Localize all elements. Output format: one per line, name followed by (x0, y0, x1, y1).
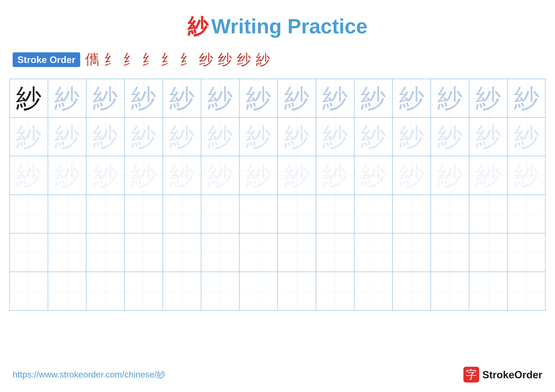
stroke-step-3: 纟 (123, 50, 137, 69)
char-guide: 紗 (54, 124, 80, 150)
grid-cell-r4-c5[interactable] (163, 195, 201, 233)
grid-cell-r6-c11[interactable] (393, 272, 431, 310)
grid-cell-r3-c6[interactable]: 紗 (201, 156, 240, 194)
grid-cell-r2-c6[interactable]: 紗 (201, 118, 240, 156)
grid-cell-r3-c14[interactable]: 紗 (508, 156, 546, 194)
grid-cell-r3-c2[interactable]: 紗 (48, 156, 86, 194)
grid-cell-r5-c7[interactable] (240, 233, 278, 272)
grid-cell-r5-c10[interactable] (354, 233, 393, 272)
grid-cell-r4-c13[interactable] (469, 195, 508, 233)
grid-cell-r6-c2[interactable] (48, 272, 86, 310)
grid-cell-r1-c9[interactable]: 紗 (316, 79, 354, 117)
grid-cell-r6-c3[interactable] (86, 272, 125, 310)
grid-row-2: 紗 紗 紗 紗 紗 紗 紗 紗 紗 紗 紗 紗 紗 紗 (10, 118, 545, 156)
stroke-step-5: 纟 (161, 50, 175, 69)
grid-cell-r4-c9[interactable] (316, 195, 354, 233)
grid-cell-r4-c4[interactable] (125, 195, 163, 233)
grid-cell-r2-c12[interactable]: 紗 (431, 118, 469, 156)
grid-cell-r4-c10[interactable] (354, 195, 393, 233)
grid-cell-r3-c4[interactable]: 紗 (125, 156, 163, 194)
grid-cell-r4-c1[interactable] (10, 195, 48, 233)
grid-cell-r5-c2[interactable] (48, 233, 86, 272)
grid-cell-r4-c6[interactable] (201, 195, 240, 233)
grid-cell-r5-c9[interactable] (316, 233, 354, 272)
grid-cell-r6-c4[interactable] (125, 272, 163, 310)
grid-cell-r1-c10[interactable]: 紗 (354, 79, 393, 117)
grid-cell-r1-c6[interactable]: 紗 (201, 79, 240, 117)
grid-cell-r2-c3[interactable]: 紗 (86, 118, 125, 156)
grid-cell-r6-c9[interactable] (316, 272, 354, 310)
grid-cell-r2-c10[interactable]: 紗 (354, 118, 393, 156)
grid-cell-r3-c13[interactable]: 紗 (469, 156, 508, 194)
grid-cell-r4-c11[interactable] (393, 195, 431, 233)
grid-cell-r1-c2[interactable]: 紗 (48, 79, 86, 117)
grid-cell-r3-c3[interactable]: 紗 (86, 156, 125, 194)
char-guide: 紗 (399, 124, 424, 150)
grid-cell-r3-c9[interactable]: 紗 (316, 156, 354, 194)
stroke-order-section: Stroke Order 㒞 纟 纟 纟 纟 纟 纱 纱 纱 紗 (0, 47, 555, 76)
grid-cell-r4-c2[interactable] (48, 195, 86, 233)
grid-cell-r4-c8[interactable] (278, 195, 316, 233)
grid-cell-r5-c3[interactable] (86, 233, 125, 272)
grid-cell-r5-c6[interactable] (201, 233, 240, 272)
grid-cell-r2-c9[interactable]: 紗 (316, 118, 354, 156)
grid-cell-r4-c14[interactable] (508, 195, 546, 233)
grid-cell-r6-c8[interactable] (278, 272, 316, 310)
grid-cell-r3-c11[interactable]: 紗 (393, 156, 431, 194)
grid-cell-r4-c7[interactable] (240, 195, 278, 233)
grid-cell-r3-c5[interactable]: 紗 (163, 156, 201, 194)
grid-cell-r4-c12[interactable] (431, 195, 469, 233)
grid-cell-r5-c11[interactable] (393, 233, 431, 272)
char-display: 紗 (16, 86, 41, 111)
grid-cell-r6-c10[interactable] (354, 272, 393, 310)
stroke-step-1: 㒞 (85, 50, 99, 69)
grid-cell-r2-c2[interactable]: 紗 (48, 118, 86, 156)
grid-cell-r5-c12[interactable] (431, 233, 469, 272)
grid-cell-r1-c4[interactable]: 紗 (125, 79, 163, 117)
grid-cell-r2-c1[interactable]: 紗 (10, 118, 48, 156)
grid-cell-r3-c1[interactable]: 紗 (10, 156, 48, 194)
grid-cell-r5-c13[interactable] (469, 233, 508, 272)
grid-cell-r5-c4[interactable] (125, 233, 163, 272)
grid-cell-r6-c14[interactable] (508, 272, 546, 310)
grid-cell-r3-c7[interactable]: 紗 (240, 156, 278, 194)
grid-cell-r5-c8[interactable] (278, 233, 316, 272)
char-guide: 紗 (208, 86, 233, 111)
grid-cell-r6-c5[interactable] (163, 272, 201, 310)
grid-cell-r1-c1[interactable]: 紗 (10, 79, 48, 117)
grid-cell-r2-c5[interactable]: 紗 (163, 118, 201, 156)
grid-cell-r2-c8[interactable]: 紗 (278, 118, 316, 156)
grid-cell-r1-c14[interactable]: 紗 (508, 79, 546, 117)
grid-cell-r2-c13[interactable]: 紗 (469, 118, 508, 156)
stroke-order-badge: Stroke Order (13, 52, 80, 67)
grid-cell-r3-c8[interactable]: 紗 (278, 156, 316, 194)
grid-cell-r2-c14[interactable]: 紗 (508, 118, 546, 156)
grid-cell-r3-c10[interactable]: 紗 (354, 156, 393, 194)
char-guide: 紗 (208, 124, 233, 150)
grid-cell-r1-c11[interactable]: 紗 (393, 79, 431, 117)
grid-cell-r6-c13[interactable] (469, 272, 508, 310)
grid-cell-r2-c4[interactable]: 紗 (125, 118, 163, 156)
grid-cell-r6-c12[interactable] (431, 272, 469, 310)
grid-cell-r2-c7[interactable]: 紗 (240, 118, 278, 156)
char-guide: 紗 (16, 163, 41, 188)
char-guide: 紗 (284, 124, 309, 150)
grid-cell-r5-c14[interactable] (508, 233, 546, 272)
grid-cell-r4-c3[interactable] (86, 195, 125, 233)
grid-cell-r1-c13[interactable]: 紗 (469, 79, 508, 117)
grid-cell-r1-c8[interactable]: 紗 (278, 79, 316, 117)
grid-cell-r2-c11[interactable]: 紗 (393, 118, 431, 156)
grid-cell-r1-c7[interactable]: 紗 (240, 79, 278, 117)
grid-cell-r1-c12[interactable]: 紗 (431, 79, 469, 117)
grid-cell-r5-c1[interactable] (10, 233, 48, 272)
char-guide: 紗 (93, 124, 118, 150)
char-guide: 紗 (54, 163, 80, 188)
grid-cell-r1-c3[interactable]: 紗 (86, 79, 125, 117)
grid-cell-r3-c12[interactable]: 紗 (431, 156, 469, 194)
grid-cell-r6-c1[interactable] (10, 272, 48, 310)
grid-cell-r6-c7[interactable] (240, 272, 278, 310)
grid-cell-r1-c5[interactable]: 紗 (163, 79, 201, 117)
char-guide: 紗 (399, 86, 424, 111)
grid-cell-r5-c5[interactable] (163, 233, 201, 272)
grid-cell-r6-c6[interactable] (201, 272, 240, 310)
